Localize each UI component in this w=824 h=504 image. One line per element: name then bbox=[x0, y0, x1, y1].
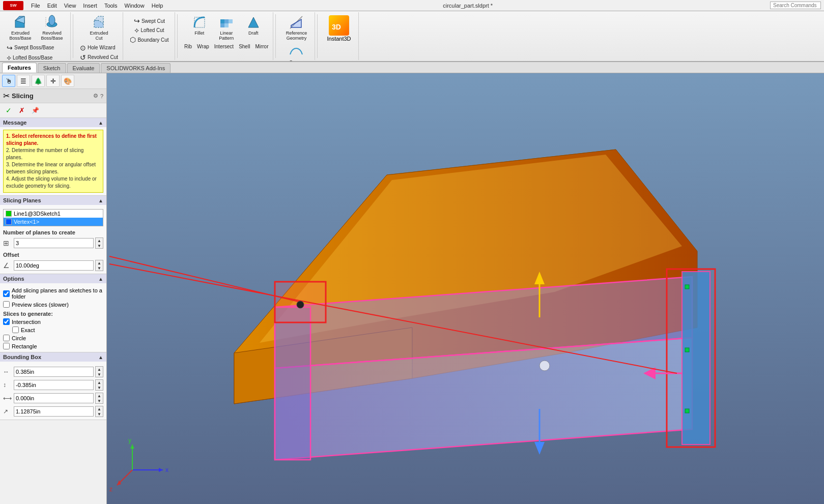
swept-boss-base-button[interactable]: ↪ Swept Boss/Base bbox=[5, 43, 63, 52]
cancel-button[interactable]: ✗ bbox=[16, 105, 27, 116]
search-input[interactable] bbox=[770, 2, 821, 9]
curves-button[interactable]: Curves bbox=[285, 42, 308, 62]
offset-down[interactable]: ▼ bbox=[96, 265, 103, 271]
panel-btn-list[interactable]: ☰ bbox=[17, 75, 30, 87]
intersection-checkbox[interactable] bbox=[3, 318, 10, 325]
bbox-input-0[interactable] bbox=[14, 367, 94, 377]
circle-checkbox[interactable] bbox=[3, 335, 10, 341]
draft-button[interactable]: Draft bbox=[243, 13, 264, 37]
bbox-field-2: ⟷ ▲ ▼ bbox=[3, 393, 103, 404]
bbox-spinner-0[interactable]: ▲ ▼ bbox=[95, 366, 103, 377]
extruded-cut-icon bbox=[91, 14, 107, 31]
panel-btn-plus[interactable]: ✛ bbox=[46, 75, 60, 87]
intersect-button[interactable]: Intersect bbox=[213, 43, 235, 50]
options-header[interactable]: Options ▲ bbox=[0, 274, 106, 283]
tab-addins[interactable]: SOLIDWORKS Add-Ins bbox=[101, 63, 171, 73]
reference-geometry-button[interactable]: Reference Geometry bbox=[281, 13, 311, 42]
bbox-input-3[interactable] bbox=[14, 406, 94, 417]
num-planes-down[interactable]: ▼ bbox=[96, 243, 103, 248]
slicing-planes-list: Line1@3DSketch1 Vertex<1> bbox=[3, 209, 103, 226]
slicing-plane-item-2[interactable]: Vertex<1> bbox=[4, 218, 103, 226]
lofted-boss-base-button[interactable]: ⟡ Lofted Boss/Base bbox=[5, 53, 63, 62]
menu-edit[interactable]: Edit bbox=[45, 2, 60, 9]
panel-help-btn[interactable]: ? bbox=[100, 93, 103, 99]
ok-button[interactable]: ✓ bbox=[3, 105, 14, 116]
rib-button[interactable]: Rib bbox=[183, 43, 193, 50]
bbox-spinner-2[interactable]: ▲ ▼ bbox=[95, 393, 103, 404]
rectangle-checkbox[interactable] bbox=[3, 343, 10, 349]
offset-up[interactable]: ▲ bbox=[96, 260, 103, 265]
svg-rect-29 bbox=[685, 285, 689, 289]
slicing-plane-item-1[interactable]: Line1@3DSketch1 bbox=[4, 210, 103, 218]
lofted-cut-button[interactable]: ⟡ Lofted Cut bbox=[133, 25, 165, 35]
bbox-up-3[interactable]: ▲ bbox=[96, 406, 103, 411]
num-planes-spinner[interactable]: ▲ ▼ bbox=[95, 238, 103, 249]
wrap-button[interactable]: Wrap bbox=[195, 43, 211, 50]
swept-cut-button[interactable]: ↪ Swept Cut bbox=[132, 16, 166, 25]
offset-spinner[interactable]: ▲ ▼ bbox=[95, 260, 103, 271]
ribbon-group-instant3d: 3D Instant3D bbox=[320, 12, 358, 60]
swept-boss-base-icon: ↪ bbox=[7, 44, 13, 52]
bbox-up-2[interactable]: ▲ bbox=[96, 393, 103, 398]
revolved-cut-icon: ↺ bbox=[80, 53, 86, 62]
svg-point-44 bbox=[539, 361, 550, 371]
boundary-cut-button[interactable]: ⬡ Boundary Cut bbox=[128, 35, 170, 44]
linear-pattern-button[interactable]: Linear Pattern bbox=[211, 13, 242, 42]
menu-file[interactable]: File bbox=[29, 2, 43, 9]
bbox-input-1[interactable] bbox=[14, 380, 94, 390]
menu-tools[interactable]: Tools bbox=[102, 2, 120, 9]
panel-settings-btn[interactable]: ⚙ bbox=[93, 93, 98, 99]
shell-button[interactable]: Shell bbox=[237, 43, 251, 50]
exact-checkbox[interactable] bbox=[12, 327, 19, 333]
bbox-input-2[interactable] bbox=[14, 393, 94, 403]
bbox-down-0[interactable]: ▼ bbox=[96, 372, 103, 377]
bbox-up-0[interactable]: ▲ bbox=[96, 367, 103, 372]
offset-input[interactable] bbox=[14, 260, 94, 271]
panel-btn-tree[interactable]: 🌲 bbox=[32, 75, 45, 87]
main-area: 🖱 ☰ 🌲 ✛ 🎨 ✂ Slicing ⚙ ? ✓ ✗ 📌 Message ▲ bbox=[0, 73, 824, 504]
num-planes-up[interactable]: ▲ bbox=[96, 238, 103, 243]
bbox-field-3: ↗ ▲ ▼ bbox=[3, 406, 103, 417]
pin-button[interactable]: 📌 bbox=[30, 105, 41, 116]
bbox-down-2[interactable]: ▼ bbox=[96, 398, 103, 403]
fillet-button[interactable]: Fillet bbox=[189, 13, 210, 37]
slicing-planes-content: Line1@3DSketch1 Vertex<1> Number of plan… bbox=[0, 205, 106, 274]
menu-window[interactable]: Window bbox=[122, 2, 147, 9]
panel-header: ✂ Slicing ⚙ ? bbox=[0, 89, 106, 103]
viewport[interactable]: ▶ ⬡ circular_part (Default<<D... ⌂ ⊕ 🔍 ↻… bbox=[107, 73, 824, 504]
bbox-down-3[interactable]: ▼ bbox=[96, 411, 103, 417]
wrap-label: Wrap bbox=[197, 44, 209, 49]
add-to-folder-checkbox[interactable] bbox=[3, 290, 10, 297]
draft-label: Draft bbox=[248, 31, 259, 36]
add-to-folder-label: Add slicing planes and sketches to a fol… bbox=[12, 287, 103, 300]
bounding-box-header[interactable]: Bounding Box ▲ bbox=[0, 352, 106, 362]
extruded-boss-base-button[interactable]: Extruded Boss/Base bbox=[5, 13, 36, 42]
bbox-down-1[interactable]: ▼ bbox=[96, 385, 103, 390]
panel-btn-cursor[interactable]: 🖱 bbox=[2, 75, 15, 87]
rectangle-row: Rectangle bbox=[3, 343, 103, 349]
slicing-planes-header[interactable]: Slicing Planes ▲ bbox=[0, 196, 106, 205]
revolved-boss-base-button[interactable]: Revolved Boss/Base bbox=[37, 13, 67, 42]
num-planes-icon: ⊞ bbox=[3, 239, 12, 247]
mirror-button[interactable]: Mirror bbox=[253, 43, 270, 50]
preview-slices-checkbox[interactable] bbox=[3, 301, 10, 308]
solidworks-logo: SW bbox=[3, 1, 23, 10]
panel-btn-palette[interactable]: 🎨 bbox=[61, 75, 74, 87]
tab-evaluate[interactable]: Evaluate bbox=[67, 63, 100, 73]
tab-sketch[interactable]: Sketch bbox=[38, 63, 66, 73]
revolved-cut-button[interactable]: ↺ Revolved Cut bbox=[78, 53, 120, 62]
bbox-spinner-3[interactable]: ▲ ▼ bbox=[95, 406, 103, 417]
tab-features[interactable]: Features bbox=[2, 63, 37, 73]
menu-view[interactable]: View bbox=[62, 2, 79, 9]
extruded-cut-button[interactable]: Extruded Cut bbox=[84, 13, 115, 42]
sp-color-1 bbox=[6, 211, 12, 217]
curves-icon bbox=[288, 43, 304, 60]
menu-insert[interactable]: Insert bbox=[80, 2, 100, 9]
bbox-up-1[interactable]: ▲ bbox=[96, 380, 103, 385]
bbox-spinner-1[interactable]: ▲ ▼ bbox=[95, 379, 103, 391]
instant3d-button[interactable]: 3D Instant3D bbox=[323, 13, 355, 44]
menu-help[interactable]: Help bbox=[149, 2, 166, 9]
hole-wizard-button[interactable]: ⊙ Hole Wizard bbox=[78, 43, 120, 52]
message-section-header[interactable]: Message ▲ bbox=[0, 118, 106, 127]
num-planes-input[interactable] bbox=[14, 238, 94, 248]
